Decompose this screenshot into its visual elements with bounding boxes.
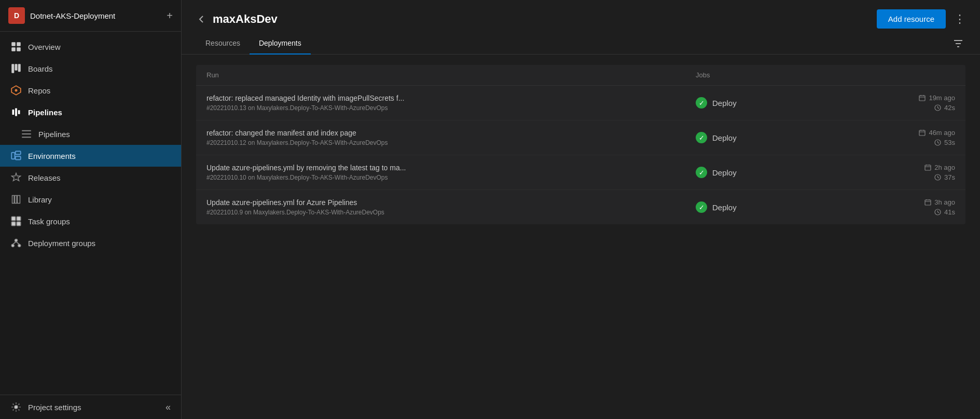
run-title: Update azure-pipelines.yml for Azure Pip… bbox=[206, 198, 696, 207]
sidebar-item-label-overview: Overview bbox=[28, 43, 61, 51]
time-cell: 46m ago 53s bbox=[851, 129, 955, 146]
sidebar-header: D Dotnet-AKS-Deployment + bbox=[0, 0, 181, 32]
overview-icon bbox=[10, 41, 22, 52]
sidebar-footer: Project settings « bbox=[0, 395, 181, 419]
run-cell: Update azure-pipelines.yml for Azure Pip… bbox=[206, 198, 696, 216]
svg-line-48 bbox=[938, 212, 940, 213]
run-subtitle: #20221010.12 on Maxylakers.Deploy-To-AKS… bbox=[206, 139, 696, 146]
svg-rect-35 bbox=[925, 165, 931, 170]
repos-icon bbox=[10, 85, 22, 96]
sidebar-item-library[interactable]: Library bbox=[0, 188, 181, 210]
svg-rect-14 bbox=[17, 222, 21, 226]
status-check-icon: ✓ bbox=[696, 132, 707, 143]
run-subtitle: #20221010.10 on Maxylakers.Deploy-To-AKS… bbox=[206, 174, 696, 181]
svg-line-19 bbox=[16, 242, 19, 245]
deploy-label: Deploy bbox=[712, 168, 737, 177]
tab-deployments[interactable]: Deployments bbox=[250, 33, 311, 55]
deploy-label: Deploy bbox=[712, 133, 737, 142]
sidebar-item-label-task-groups: Task groups bbox=[28, 217, 70, 226]
svg-line-27 bbox=[938, 108, 940, 109]
project-avatar: D bbox=[8, 7, 25, 24]
svg-rect-11 bbox=[11, 217, 16, 221]
run-title: refactor: changed the manifest and index… bbox=[206, 129, 696, 137]
sidebar-item-environments[interactable]: Environments bbox=[0, 145, 181, 167]
page-title: maxAksDev bbox=[213, 12, 278, 26]
run-subtitle: #20221010.13 on Maxylakers.Deploy-To-AKS… bbox=[206, 104, 696, 112]
svg-rect-9 bbox=[16, 151, 21, 154]
svg-line-41 bbox=[938, 178, 940, 179]
sidebar-item-overview[interactable]: Overview bbox=[0, 36, 181, 58]
svg-point-20 bbox=[15, 406, 18, 409]
time-ago: 2h ago bbox=[924, 164, 955, 171]
table-header: Run Jobs bbox=[196, 65, 965, 86]
releases-icon bbox=[10, 172, 22, 183]
table-row[interactable]: Update azure-pipelines.yml by removing t… bbox=[196, 155, 965, 190]
table-row[interactable]: Update azure-pipelines.yml for Azure Pip… bbox=[196, 190, 965, 224]
table-row[interactable]: refactor: changed the manifest and index… bbox=[196, 120, 965, 155]
svg-rect-3 bbox=[17, 47, 21, 51]
svg-rect-12 bbox=[17, 217, 21, 221]
svg-rect-10 bbox=[16, 156, 21, 159]
jobs-cell: ✓ Deploy bbox=[696, 201, 851, 213]
deploy-label: Deploy bbox=[712, 203, 737, 212]
main-header: maxAksDev Add resource ⋮ bbox=[182, 0, 980, 29]
svg-rect-13 bbox=[11, 222, 16, 226]
svg-point-16 bbox=[11, 245, 14, 247]
status-check-icon: ✓ bbox=[696, 201, 707, 213]
sidebar-item-deployment-groups[interactable]: Deployment groups bbox=[0, 232, 181, 254]
sidebar-item-label-environments: Environments bbox=[28, 152, 76, 160]
status-check-icon: ✓ bbox=[696, 97, 707, 109]
library-icon bbox=[10, 194, 22, 205]
jobs-cell: ✓ Deploy bbox=[696, 97, 851, 109]
sidebar-item-pipelines[interactable]: Pipelines bbox=[0, 123, 181, 145]
settings-icon bbox=[10, 401, 22, 413]
run-cell: refactor: changed the manifest and index… bbox=[206, 129, 696, 146]
sidebar-item-project-settings[interactable]: Project settings bbox=[10, 401, 165, 413]
table-row[interactable]: refactor: replaced managed Identity with… bbox=[196, 86, 965, 120]
svg-point-15 bbox=[15, 239, 18, 242]
more-options-button[interactable]: ⋮ bbox=[954, 12, 965, 26]
svg-point-17 bbox=[18, 245, 21, 247]
sidebar-item-label-releases: Releases bbox=[28, 173, 61, 182]
add-project-button[interactable]: + bbox=[167, 10, 173, 22]
sidebar-item-label-pipelines: Pipelines bbox=[38, 130, 70, 139]
status-check-icon: ✓ bbox=[696, 167, 707, 178]
run-subtitle: #20221010.9 on Maxylakers.Deploy-To-AKS-… bbox=[206, 209, 696, 216]
sidebar-item-label-deployment-groups: Deployment groups bbox=[28, 239, 95, 248]
svg-rect-8 bbox=[11, 153, 15, 159]
tab-resources[interactable]: Resources bbox=[196, 33, 250, 55]
sidebar-footer-label: Project settings bbox=[28, 403, 81, 412]
deployment-groups-icon bbox=[10, 237, 22, 249]
filter-button[interactable] bbox=[953, 38, 963, 49]
svg-rect-2 bbox=[11, 47, 16, 51]
sidebar-item-boards[interactable]: Boards bbox=[0, 58, 181, 79]
project-name: Dotnet-AKS-Deployment bbox=[30, 11, 161, 20]
run-cell: Update azure-pipelines.yml by removing t… bbox=[206, 164, 696, 181]
time-ago: 19m ago bbox=[919, 94, 955, 102]
sidebar-item-repos[interactable]: Repos bbox=[0, 79, 181, 101]
jobs-cell: ✓ Deploy bbox=[696, 132, 851, 143]
sidebar: D Dotnet-AKS-Deployment + Overview Board… bbox=[0, 0, 182, 419]
add-resource-button[interactable]: Add resource bbox=[877, 9, 946, 29]
sidebar-nav: Overview Boards Repos Pipelines bbox=[0, 32, 181, 395]
svg-rect-5 bbox=[15, 64, 18, 71]
col-header-run: Run bbox=[206, 71, 696, 79]
sidebar-item-pipelines-header[interactable]: Pipelines bbox=[0, 101, 181, 123]
deployments-table-container: Run Jobs refactor: replaced managed Iden… bbox=[182, 55, 980, 419]
sidebar-item-releases[interactable]: Releases bbox=[0, 167, 181, 188]
svg-rect-21 bbox=[919, 96, 925, 101]
duration: 41s bbox=[934, 208, 955, 216]
svg-line-18 bbox=[13, 242, 16, 245]
time-ago: 3h ago bbox=[924, 198, 955, 206]
svg-rect-0 bbox=[11, 42, 16, 46]
deploy-label: Deploy bbox=[712, 99, 737, 107]
back-button[interactable] bbox=[196, 14, 206, 24]
run-cell: refactor: replaced managed Identity with… bbox=[206, 94, 696, 112]
sidebar-item-task-groups[interactable]: Task groups bbox=[0, 210, 181, 232]
tabs-bar: Resources Deployments bbox=[182, 33, 980, 55]
duration: 53s bbox=[934, 139, 955, 146]
svg-rect-42 bbox=[925, 200, 931, 205]
time-cell: 3h ago 41s bbox=[851, 198, 955, 216]
duration: 42s bbox=[934, 104, 955, 112]
sidebar-collapse-button[interactable]: « bbox=[165, 402, 171, 413]
